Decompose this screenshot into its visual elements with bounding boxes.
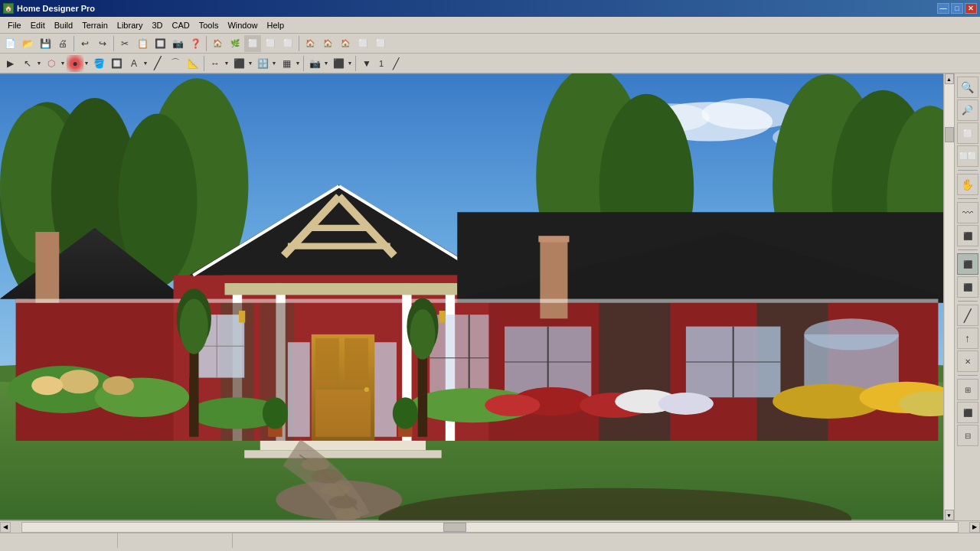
view-electrical[interactable]: ⬜ bbox=[279, 35, 296, 52]
symbol-tool[interactable]: 🔡 bbox=[254, 55, 271, 72]
line-tool[interactable]: ╱ bbox=[149, 55, 166, 72]
render2-button[interactable]: ⬛ bbox=[957, 276, 978, 298]
vscroll-thumb[interactable] bbox=[945, 127, 954, 142]
zoom-all-button[interactable]: ⬜⬜ bbox=[957, 145, 978, 167]
svg-rect-67 bbox=[16, 299, 939, 303]
material-tool[interactable]: 🔲 bbox=[108, 55, 125, 72]
arrow-tool[interactable]: ↖ bbox=[19, 55, 36, 72]
paint-tool[interactable]: 🪣 bbox=[90, 55, 107, 72]
pan-tool[interactable]: ✋ bbox=[957, 174, 978, 195]
vscroll-down[interactable]: ▼ bbox=[945, 510, 954, 520]
print-button[interactable]: 🖨 bbox=[54, 35, 71, 52]
view-camera[interactable]: 🏠 bbox=[319, 35, 336, 52]
svg-point-69 bbox=[301, 458, 329, 471]
rp-separator-4 bbox=[958, 301, 978, 302]
text-tool[interactable]: A bbox=[126, 55, 142, 72]
hatch-tool[interactable]: ▦ bbox=[278, 55, 295, 72]
fit-view-button[interactable]: ⬜ bbox=[957, 122, 978, 144]
box-dropdown[interactable]: ▼ bbox=[247, 55, 253, 72]
help-button[interactable]: ❓ bbox=[187, 35, 204, 52]
minimize-button[interactable]: — bbox=[937, 3, 949, 14]
screenshot-button[interactable]: 📷 bbox=[169, 35, 186, 52]
view-exterior[interactable]: 🌿 bbox=[227, 35, 243, 52]
up-arrow-btn[interactable]: ↑ bbox=[957, 328, 978, 349]
view-framing[interactable]: ⬜ bbox=[262, 35, 279, 52]
shape-tool[interactable]: ⬡ bbox=[43, 55, 60, 72]
shape-tool-dropdown[interactable]: ▼ bbox=[60, 55, 66, 72]
menu-edit[interactable]: Edit bbox=[26, 19, 50, 31]
orbit-tool[interactable]: 〰 bbox=[957, 202, 978, 223]
arrow-tool-dropdown[interactable]: ▼ bbox=[36, 55, 42, 72]
menu-file[interactable]: File bbox=[3, 19, 26, 31]
section-dropdown[interactable]: ▼ bbox=[347, 55, 353, 72]
polyline-tool[interactable]: 📐 bbox=[185, 55, 201, 72]
menu-terrain[interactable]: Terrain bbox=[77, 19, 113, 31]
layer-btn[interactable]: ⬛ bbox=[957, 402, 978, 423]
hscroll-left[interactable]: ◀ bbox=[0, 522, 11, 533]
draw-line-btn[interactable]: ╱ bbox=[957, 305, 978, 326]
box-tool[interactable]: ⬛ bbox=[230, 55, 247, 72]
select-button[interactable]: ✂ bbox=[116, 35, 133, 52]
open-button[interactable]: 📂 bbox=[19, 35, 36, 52]
undo-button[interactable]: ↩ bbox=[77, 35, 93, 52]
color-tool[interactable]: ● bbox=[67, 55, 83, 72]
redo-button[interactable]: ↪ bbox=[94, 35, 111, 52]
dimension-dropdown[interactable]: ▼ bbox=[224, 55, 230, 72]
menu-library[interactable]: Library bbox=[113, 19, 148, 31]
svg-rect-36 bbox=[224, 283, 457, 295]
menu-window[interactable]: Window bbox=[223, 19, 262, 31]
new-button[interactable]: 📄 bbox=[2, 35, 18, 52]
view-interior[interactable]: ⬜ bbox=[244, 35, 261, 52]
svg-point-70 bbox=[312, 469, 343, 484]
render-button[interactable]: ⬛ bbox=[957, 253, 978, 275]
snap-button[interactable]: ▼ bbox=[358, 55, 375, 72]
hatch-dropdown[interactable]: ▼ bbox=[295, 55, 301, 72]
separator-4 bbox=[299, 36, 299, 51]
svg-point-78 bbox=[31, 376, 63, 395]
color-dropdown[interactable]: ▼ bbox=[83, 55, 90, 72]
section-btn[interactable]: ⊟ bbox=[957, 425, 978, 446]
view-dollhouse[interactable]: 🏠 bbox=[337, 35, 354, 52]
svg-rect-40 bbox=[315, 390, 371, 437]
zoom-out-button[interactable]: 🔎 bbox=[957, 99, 978, 121]
separator-5 bbox=[204, 56, 204, 71]
copy-button[interactable]: 📋 bbox=[134, 35, 151, 52]
view-floorplan[interactable]: 🏠 bbox=[209, 35, 226, 52]
view-tool[interactable]: ⬛ bbox=[957, 225, 978, 246]
hscroll-right[interactable]: ▶ bbox=[969, 522, 980, 533]
vscrollbar[interactable]: ▲ ▼ bbox=[943, 73, 954, 520]
canvas-area[interactable]: ▲ ▼ bbox=[0, 73, 954, 520]
svg-point-85 bbox=[658, 393, 714, 415]
view-3d-btn[interactable]: 🏠 bbox=[302, 35, 318, 52]
menu-help[interactable]: Help bbox=[263, 19, 289, 31]
symbol-dropdown[interactable]: ▼ bbox=[271, 55, 277, 72]
grid-btn[interactable]: ⊞ bbox=[957, 379, 978, 400]
view-overview[interactable]: ⬜ bbox=[354, 35, 371, 52]
camera-dropdown[interactable]: ▼ bbox=[323, 55, 329, 72]
dimension-tool[interactable]: ↔ bbox=[207, 55, 224, 72]
separator-1 bbox=[74, 36, 74, 51]
hscroll-thumb[interactable] bbox=[443, 523, 466, 532]
arc-tool[interactable]: ⌒ bbox=[167, 55, 184, 72]
scale-label: 1 bbox=[376, 55, 387, 72]
section-tool[interactable]: ⬛ bbox=[330, 55, 347, 72]
menu-tools[interactable]: Tools bbox=[194, 19, 224, 31]
menu-build[interactable]: Build bbox=[50, 19, 77, 31]
cross-btn[interactable]: ✕ bbox=[957, 350, 978, 372]
zoom-in-button[interactable]: 🔍 bbox=[957, 77, 978, 98]
close-button[interactable]: ✕ bbox=[965, 3, 977, 14]
menu-3d[interactable]: 3D bbox=[147, 19, 167, 31]
save-button[interactable]: 💾 bbox=[37, 35, 54, 52]
select-tool[interactable]: ▶ bbox=[2, 55, 18, 72]
vscroll-up[interactable]: ▲ bbox=[945, 73, 954, 84]
menu-cad[interactable]: CAD bbox=[167, 19, 194, 31]
angle-tool[interactable]: ╱ bbox=[387, 55, 404, 72]
text-dropdown[interactable]: ▼ bbox=[142, 55, 149, 72]
view-elevation[interactable]: ⬜ bbox=[372, 35, 389, 52]
rp-separator-2 bbox=[958, 198, 978, 199]
svg-point-77 bbox=[103, 376, 134, 395]
maximize-button[interactable]: □ bbox=[951, 3, 963, 14]
separator-6 bbox=[303, 56, 304, 71]
camera-tool[interactable]: 📷 bbox=[306, 55, 323, 72]
paste-button[interactable]: 🔲 bbox=[152, 35, 168, 52]
